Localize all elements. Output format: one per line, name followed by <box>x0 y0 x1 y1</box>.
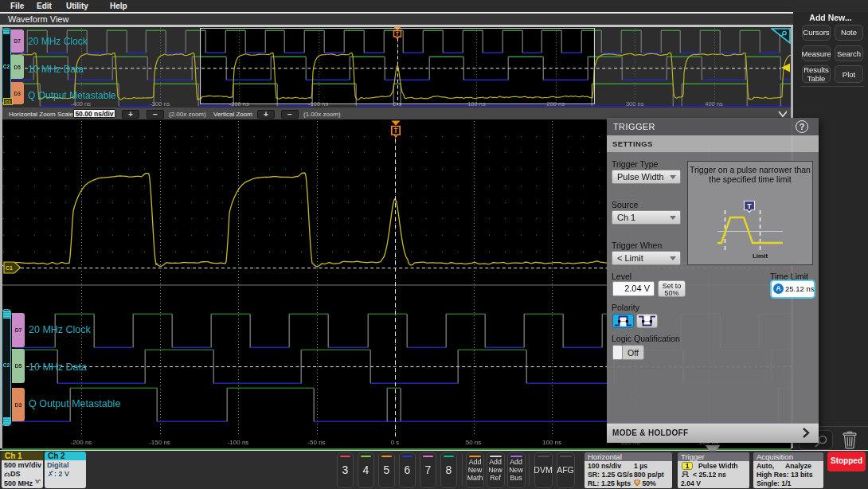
acquisition-resolution: High Res: 13 bits <box>757 471 812 479</box>
h-zoom-factor: (2.00x zoom) <box>169 110 206 119</box>
add-measure-button[interactable]: Measure <box>802 45 831 61</box>
add-new-math-button[interactable]: AddNewMath <box>466 452 484 488</box>
main-badge-D3[interactable]: D3 <box>12 388 25 421</box>
channel-5-button[interactable]: 5 <box>378 452 395 488</box>
main-group-handle-top <box>3 311 10 319</box>
horizontal-panel-title: Horizontal <box>585 452 672 461</box>
menu-edit[interactable]: Edit <box>37 1 52 12</box>
trigger-settings-tab-label: SETTINGS <box>612 135 653 152</box>
trigger-type: Pulse Width <box>698 462 738 471</box>
acquisition-settings-panel[interactable]: Acquisition Auto, Analyze High Res: 13 b… <box>753 452 823 488</box>
dvm-button[interactable]: DVM <box>534 452 553 488</box>
add-new-bus-button[interactable]: AddNewBus <box>507 452 526 488</box>
add-new-title: Add New... <box>793 13 868 24</box>
main-label-D7: 20 MHz Clock <box>29 324 91 335</box>
polarity-negative-button[interactable] <box>636 314 658 328</box>
acquisition-mode: Auto, <box>757 462 774 471</box>
diagram-limit-caption: Limit <box>753 252 768 260</box>
horizontal-record-length: RL: 1.25 kpts <box>588 479 631 488</box>
channel-2-mode: Digital <box>47 461 86 470</box>
channel-6-button[interactable]: 6 <box>399 452 416 488</box>
ch1-position-marker[interactable]: C1 <box>3 261 22 274</box>
main-time-label: -100 ns <box>228 439 249 446</box>
bottombar-divider-2 <box>529 454 530 486</box>
add-cursors-button[interactable]: Cursors <box>802 25 831 41</box>
add-plot-button[interactable]: Plot <box>835 65 863 83</box>
main-label-D5: 10 MHz Data <box>29 362 87 373</box>
add-new-ref-button[interactable]: AddNewRef <box>487 452 505 488</box>
acquisition-analyze: Analyze <box>785 462 811 471</box>
channel-1-badge[interactable]: Ch 1 500 mV/div DS 500 MHz <box>2 452 43 488</box>
channel-1-coupling: DS <box>4 470 43 479</box>
diagram-trigger-flag: T <box>745 201 755 213</box>
source-label: Source <box>612 200 638 209</box>
trigger-source-badge: 1 <box>682 462 693 470</box>
help-icon[interactable]: ? <box>796 120 808 133</box>
main-time-label: 50 ns <box>466 439 482 446</box>
overview-time-label: 400 ns <box>705 100 723 108</box>
trigger-type-dropdown[interactable]: Pulse Width <box>612 170 681 184</box>
main-trigger-marker[interactable]: T <box>389 120 402 140</box>
trigger-when-dropdown[interactable]: < Limit <box>612 251 681 265</box>
svg-text:T: T <box>393 127 398 135</box>
overview-zoom-box[interactable] <box>200 28 595 104</box>
trigger-level: 2.04 V <box>681 479 701 488</box>
overview-time-label: -200 ns <box>229 100 249 108</box>
channel-2-threshold: : 2 V <box>47 470 86 479</box>
trigger-settings-panel[interactable]: Trigger 1 Pulse Width < 25.12 ns 2.04 V <box>678 452 749 488</box>
horizontal-duration: 1 µs <box>634 462 647 471</box>
main-time-label: -150 ns <box>149 439 170 446</box>
polarity-positive-button[interactable] <box>612 314 634 328</box>
overview-label-D7: 20 MHz Clock <box>28 36 88 47</box>
sidebar-separator <box>800 86 864 87</box>
time-limit-value: 25.12 ns <box>785 284 812 294</box>
channel-8-button[interactable]: 8 <box>440 452 457 488</box>
logic-qualification-value[interactable]: Off <box>623 345 644 360</box>
channel-2-badge[interactable]: Ch 2 Digital : 2 V <box>45 452 86 488</box>
v-zoom-plus-button[interactable]: + <box>257 110 275 119</box>
main-badge-D7[interactable]: D7 <box>12 313 25 347</box>
main-badge-D5[interactable]: D5 <box>12 349 25 383</box>
overview-group-handle-top <box>3 29 10 34</box>
overview-time-label: 300 ns <box>626 100 644 108</box>
source-dropdown[interactable]: Ch 1 <box>612 210 681 225</box>
h-zoom-minus-button[interactable]: − <box>147 110 164 119</box>
afg-button[interactable]: AFG <box>557 452 575 488</box>
tab-bar <box>0 14 793 25</box>
horizontal-zoom-scale-label: Horizontal Zoom Scale <box>9 110 73 119</box>
h-zoom-plus-button[interactable]: + <box>122 110 139 119</box>
run-stop-button[interactable]: Stopped <box>827 452 866 471</box>
menu-file[interactable]: File <box>10 1 24 12</box>
overview-time-label: 0 s <box>393 100 401 108</box>
overview-trigger-level-arrow[interactable] <box>780 63 790 72</box>
channel-2-name: Ch 2 <box>45 452 86 460</box>
trigger-hint-line2: the specified time limit <box>687 174 813 184</box>
level-input[interactable]: 2.04 V <box>612 281 655 296</box>
channel-4-button[interactable]: 4 <box>358 452 374 488</box>
horizontal-settings-panel[interactable]: Horizontal 100 ns/div 1 µs SR: 1.25 GS/s… <box>585 452 672 488</box>
overview-badge-D5[interactable]: D5 <box>11 55 25 79</box>
menu-utility[interactable]: Utility <box>66 1 88 12</box>
add-search-button[interactable]: Search <box>835 45 863 61</box>
set-to-50-button[interactable]: Set to50% <box>658 280 686 297</box>
logic-qualification-toggle[interactable] <box>612 345 623 360</box>
main-time-label: 100 ns <box>542 439 561 446</box>
overview-ch1-marker[interactable]: C1 <box>3 98 13 105</box>
channel-3-button[interactable]: 3 <box>337 452 354 488</box>
horizontal-zoom-scale-input[interactable]: 50.00 ns/div <box>73 109 115 118</box>
v-zoom-minus-button[interactable]: − <box>281 110 299 119</box>
menu-bar <box>0 0 868 12</box>
trash-icon[interactable] <box>842 431 858 449</box>
channel-7-button[interactable]: 7 <box>420 452 436 488</box>
overview-badge-D7[interactable]: D7 <box>11 29 25 53</box>
add-results-table-button[interactable]: Results Table <box>802 65 831 83</box>
tab-waveform-view[interactable]: Waveform View <box>8 14 68 25</box>
menu-help[interactable]: Help <box>110 1 127 12</box>
mode-holdoff-chevron <box>801 427 811 439</box>
add-note-button[interactable]: Note <box>835 25 863 41</box>
collapse-overview-chevron[interactable] <box>777 110 788 118</box>
main-time-label: -50 ns <box>307 439 325 446</box>
knob-a-icon: A <box>773 284 784 294</box>
overview-zoom-flag-icon[interactable] <box>771 28 791 44</box>
overview-time-label: -300 ns <box>150 100 170 108</box>
